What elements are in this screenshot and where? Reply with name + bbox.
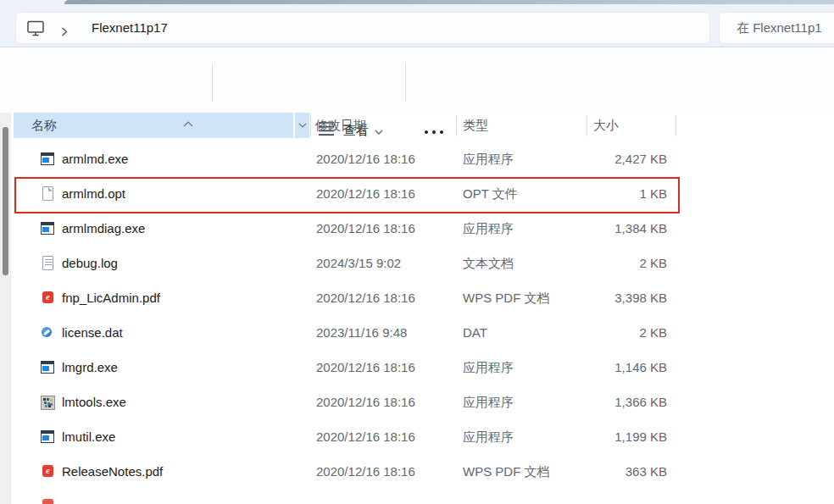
file-type: OPT 文件 — [463, 176, 518, 211]
column-separator[interactable] — [587, 114, 587, 136]
column-header-modified[interactable]: 修改日期 — [315, 113, 366, 138]
file-type: WPS PDF 文档 — [463, 280, 550, 315]
column-filter-chevron[interactable] — [294, 113, 309, 138]
table-row[interactable]: ReleaseNotes.pdf 2020/12/16 18:16 WPS PD… — [0, 454, 729, 489]
table-row[interactable]: lmutil.exe 2020/12/16 18:16 应用程序 1,199 K… — [0, 419, 729, 454]
address-bar[interactable]: Flexnet11p17 — [15, 12, 710, 44]
file-list: armlmd.exe 2020/12/16 18:16 应用程序 2,427 K… — [0, 141, 729, 489]
file-size: 1 KB — [551, 176, 667, 211]
table-row[interactable]: debug.log 2024/3/15 9:02 文本文档 2 KB — [0, 246, 729, 280]
file-type: 应用程序 — [463, 350, 514, 385]
file-type: 文本文档 — [463, 246, 514, 280]
file-size: 363 KB — [551, 454, 667, 489]
toolbar-separator — [212, 64, 213, 101]
column-header-name-label: 名称 — [31, 118, 57, 132]
file-modified: 2020/12/16 18:16 — [316, 280, 415, 315]
column-separator[interactable] — [310, 114, 311, 136]
file-name: fnp_LicAdmin.pdf — [62, 280, 160, 315]
file-type: WPS PDF 文档 — [463, 454, 550, 489]
table-row-highlighted[interactable]: armlmd.opt 2020/12/16 18:16 OPT 文件 1 KB — [0, 176, 729, 211]
lmtools-file-icon — [41, 395, 55, 409]
breadcrumb-chevron-icon[interactable] — [61, 25, 68, 40]
search-box[interactable]: 在 Flexnet11p1 — [719, 12, 834, 44]
file-modified: 2020/12/16 18:16 — [316, 419, 415, 454]
file-size: 2 KB — [551, 315, 667, 350]
file-name: armlmd.opt — [62, 176, 125, 211]
file-type: DAT — [463, 315, 487, 350]
file-modified: 2023/11/16 9:48 — [316, 315, 407, 350]
file-name: license.dat — [62, 315, 123, 350]
breadcrumb-folder[interactable]: Flexnet11p17 — [92, 13, 168, 43]
file-name: armlmd.exe — [62, 141, 128, 176]
file-modified: 2020/12/16 18:16 — [316, 385, 415, 419]
column-separator[interactable] — [676, 114, 676, 136]
file-file-icon — [41, 186, 55, 201]
file-modified: 2020/12/16 18:16 — [316, 141, 415, 176]
file-size: 2 KB — [551, 246, 667, 280]
address-row: Flexnet11p17 在 Flexnet11p1 — [0, 7, 834, 47]
this-pc-icon[interactable] — [26, 19, 45, 41]
file-type: 应用程序 — [463, 141, 514, 176]
table-row[interactable]: armlmdiag.exe 2020/12/16 18:16 应用程序 1,38… — [0, 211, 729, 246]
file-modified: 2020/12/16 18:16 — [316, 454, 415, 489]
tab-strip — [0, 0, 834, 7]
file-modified: 2024/3/15 9:02 — [316, 246, 401, 280]
file-name: lmtools.exe — [62, 385, 126, 419]
wpspdf-file-icon — [41, 291, 55, 305]
file-modified: 2020/12/16 18:16 — [316, 211, 415, 246]
column-header-name[interactable]: 名称 — [14, 113, 293, 138]
app-file-icon — [41, 221, 55, 235]
column-header-type[interactable]: 类型 — [463, 113, 488, 138]
table-row[interactable]: armlmd.exe 2020/12/16 18:16 应用程序 2,427 K… — [0, 141, 729, 176]
file-size: 1,199 KB — [551, 419, 667, 454]
file-modified: 2020/12/16 18:16 — [316, 350, 415, 385]
active-tab-edge — [64, 0, 834, 4]
column-separator[interactable] — [456, 114, 457, 136]
table-row[interactable]: lmgrd.exe 2020/12/16 18:16 应用程序 1,146 KB — [0, 350, 729, 385]
toolbar: A 排序 查看 — [0, 48, 834, 113]
textdoc-file-icon — [41, 256, 55, 270]
file-size: 1,384 KB — [551, 211, 667, 246]
file-size: 1,366 KB — [551, 385, 667, 419]
file-explorer-window: { "breadcrumb": { "folder": "Flexnet11p1… — [0, 0, 834, 504]
file-name: lmgrd.exe — [62, 350, 118, 385]
file-type: 应用程序 — [463, 419, 514, 454]
file-type: 应用程序 — [463, 211, 514, 246]
sort-ascending-indicator-icon — [183, 110, 193, 136]
file-size: 2,427 KB — [551, 141, 667, 176]
dat-file-icon — [41, 325, 55, 340]
app-file-icon — [41, 152, 55, 166]
table-row[interactable]: lmtools.exe 2020/12/16 18:16 应用程序 1,366 … — [0, 385, 729, 419]
file-size: 3,398 KB — [551, 280, 667, 315]
table-row[interactable]: license.dat 2023/11/16 9:48 DAT 2 KB — [0, 315, 729, 350]
table-row[interactable]: fnp_LicAdmin.pdf 2020/12/16 18:16 WPS PD… — [0, 280, 729, 315]
file-type: 应用程序 — [463, 385, 514, 419]
column-header-size[interactable]: 大小 — [593, 113, 619, 138]
partial-file-icon — [42, 499, 53, 504]
toolbar-separator — [405, 64, 406, 101]
file-name: armlmdiag.exe — [62, 211, 145, 246]
file-name: lmutil.exe — [62, 419, 115, 454]
app-file-icon — [41, 429, 55, 444]
file-name: ReleaseNotes.pdf — [62, 454, 163, 489]
file-size: 1,146 KB — [551, 350, 667, 385]
search-input-text: 在 Flexnet11p1 — [737, 13, 822, 43]
column-header-row: 名称 修改日期 类型 大小 — [0, 113, 729, 138]
file-name: debug.log — [62, 246, 118, 280]
app-file-icon — [41, 360, 55, 374]
wpspdf-file-icon — [41, 464, 55, 479]
file-modified: 2020/12/16 18:16 — [316, 176, 415, 211]
